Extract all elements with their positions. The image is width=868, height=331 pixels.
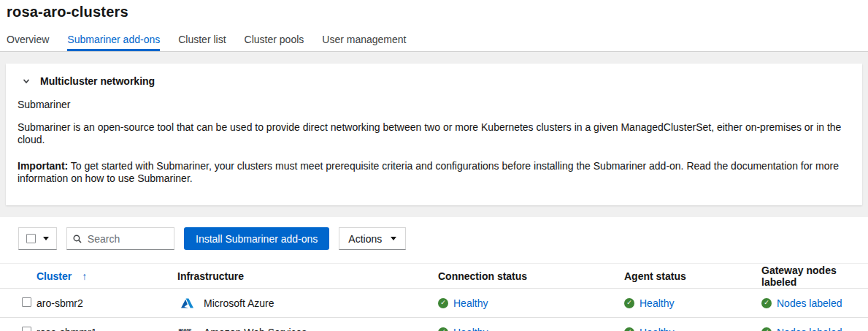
- row-checkbox[interactable]: [22, 327, 31, 331]
- column-header-connection-status: Connection status: [438, 264, 624, 289]
- caret-down-icon: [391, 237, 396, 240]
- table-header-row: Cluster↑ Infrastructure Connection statu…: [0, 264, 868, 289]
- tab-bar: Overview Submariner add-ons Cluster list…: [0, 29, 868, 52]
- table-row: rosa-sbmmr1 aws Amazon Web Services ✓Hea…: [0, 318, 868, 331]
- connection-status-link[interactable]: ✓Healthy: [438, 297, 618, 309]
- submariner-clusters-table: Cluster↑ Infrastructure Connection statu…: [0, 263, 868, 331]
- check-circle-icon: ✓: [624, 327, 634, 331]
- connection-status-link[interactable]: ✓Healthy: [438, 327, 618, 331]
- search-box: [66, 227, 174, 250]
- cluster-name: rosa-sbmmr1: [37, 318, 177, 331]
- column-header-infrastructure: Infrastructure: [177, 264, 438, 289]
- important-note: Important: To get started with Submarine…: [18, 160, 850, 185]
- important-text: To get started with Submariner, your clu…: [18, 160, 839, 184]
- check-circle-icon: ✓: [624, 298, 634, 308]
- column-header-gateway-nodes-labeled: Gateway nodes labeled: [761, 264, 868, 289]
- gateway-nodes-link[interactable]: ✓Nodes labeled: [761, 327, 862, 331]
- tab-user-management[interactable]: User management: [322, 29, 406, 51]
- tab-overview[interactable]: Overview: [7, 29, 49, 51]
- actions-menu-toggle[interactable]: Actions: [339, 227, 406, 250]
- agent-status-link[interactable]: ✓Healthy: [624, 327, 756, 331]
- bulk-select-dropdown[interactable]: [18, 227, 57, 250]
- page-title: rosa-aro-clusters: [7, 4, 868, 20]
- infrastructure-label: Amazon Web Services: [204, 327, 307, 331]
- cluster-name: aro-sbmr2: [37, 289, 177, 318]
- sort-ascending-icon[interactable]: ↑: [82, 270, 87, 282]
- expander-title: Multicluster networking: [40, 75, 155, 87]
- aws-icon: aws: [177, 326, 196, 331]
- column-header-agent-status: Agent status: [624, 264, 761, 289]
- chevron-down-icon: [23, 77, 30, 85]
- infrastructure-label: Microsoft Azure: [204, 297, 274, 309]
- submariner-subtitle: Submariner: [18, 99, 850, 110]
- azure-icon: [177, 298, 196, 308]
- table-row: aro-sbmr2 Microsoft Azure ✓Healthy ✓Heal…: [0, 289, 868, 318]
- check-circle-icon: ✓: [438, 298, 448, 308]
- tab-submariner-add-ons[interactable]: Submariner add-ons: [67, 29, 160, 51]
- install-submariner-add-ons-button[interactable]: Install Submariner add-ons: [184, 227, 329, 250]
- actions-label: Actions: [348, 233, 382, 245]
- multicluster-networking-card: Multicluster networking Submariner Subma…: [6, 64, 862, 205]
- bulk-select-checkbox[interactable]: [26, 234, 36, 243]
- search-icon: [73, 234, 82, 244]
- caret-down-icon: [43, 237, 49, 240]
- check-circle-icon: ✓: [761, 298, 772, 308]
- tab-cluster-pools[interactable]: Cluster pools: [245, 29, 304, 51]
- header-checkbox-spacer: [0, 264, 37, 289]
- page-header: rosa-aro-clusters: [0, 0, 868, 29]
- tab-cluster-list[interactable]: Cluster list: [178, 29, 226, 51]
- column-header-cluster[interactable]: Cluster↑: [37, 264, 177, 289]
- row-checkbox[interactable]: [22, 297, 31, 307]
- search-input[interactable]: [88, 233, 168, 245]
- table-toolbar: Install Submariner add-ons Actions: [0, 217, 868, 259]
- agent-status-link[interactable]: ✓Healthy: [624, 297, 756, 309]
- check-circle-icon: ✓: [761, 327, 772, 331]
- infrastructure-cell: Microsoft Azure: [177, 297, 432, 309]
- important-label: Important:: [18, 160, 68, 172]
- submariner-table-section: Install Submariner add-ons Actions Clust…: [0, 217, 868, 331]
- check-circle-icon: ✓: [438, 327, 448, 331]
- multicluster-networking-expander[interactable]: Multicluster networking: [18, 75, 850, 87]
- submariner-description: Submariner is an open-source tool that c…: [18, 121, 850, 146]
- infrastructure-cell: aws Amazon Web Services: [177, 326, 432, 331]
- svg-text:aws: aws: [178, 327, 192, 331]
- gateway-nodes-link[interactable]: ✓Nodes labeled: [761, 297, 862, 309]
- content-background: Multicluster networking Submariner Subma…: [0, 52, 868, 217]
